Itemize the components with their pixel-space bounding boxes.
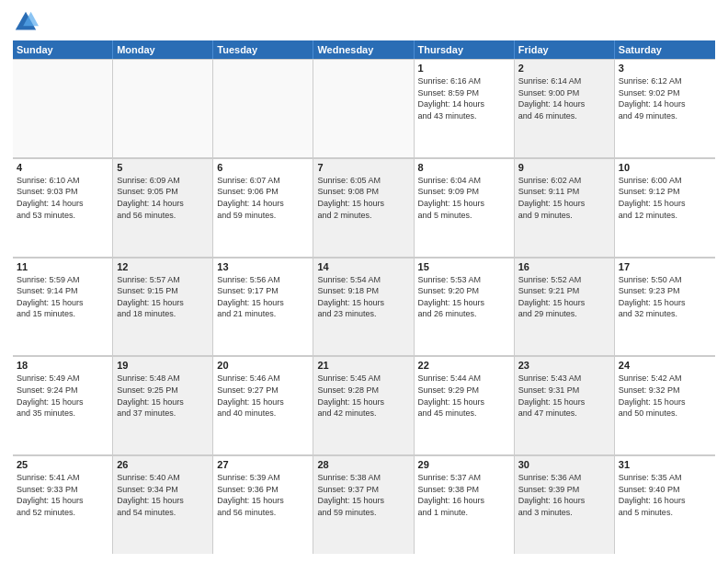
day-number: 23 — [518, 360, 610, 371]
day-info: Sunrise: 5:44 AMSunset: 9:29 PMDaylight:… — [418, 373, 510, 419]
day-number: 12 — [117, 261, 209, 272]
day-cell-11: 11Sunrise: 5:59 AMSunset: 9:14 PMDayligh… — [13, 258, 113, 356]
day-number: 6 — [217, 162, 309, 173]
header — [13, 9, 715, 35]
day-cell-8: 8Sunrise: 6:04 AMSunset: 9:09 PMDaylight… — [415, 158, 515, 257]
day-info: Sunrise: 6:09 AMSunset: 9:05 PMDaylight:… — [117, 175, 209, 221]
logo-icon — [13, 9, 39, 35]
day-info: Sunrise: 6:14 AMSunset: 9:00 PMDaylight:… — [518, 75, 610, 121]
day-number: 5 — [117, 162, 209, 173]
day-number: 16 — [518, 261, 610, 272]
empty-cell-w0d3 — [313, 59, 414, 157]
day-cell-5: 5Sunrise: 6:09 AMSunset: 9:05 PMDaylight… — [113, 158, 213, 257]
weekday-header-sunday: Sunday — [13, 40, 113, 59]
day-info: Sunrise: 6:16 AMSunset: 8:59 PMDaylight:… — [418, 75, 510, 121]
day-cell-31: 31Sunrise: 5:35 AMSunset: 9:40 PMDayligh… — [615, 455, 715, 554]
day-number: 31 — [619, 459, 711, 470]
day-info: Sunrise: 5:53 AMSunset: 9:20 PMDaylight:… — [418, 274, 510, 320]
day-cell-15: 15Sunrise: 5:53 AMSunset: 9:20 PMDayligh… — [415, 258, 515, 356]
empty-cell-w0d0 — [13, 59, 113, 157]
day-info: Sunrise: 5:38 AMSunset: 9:37 PMDaylight:… — [317, 472, 409, 518]
weekday-header-friday: Friday — [515, 40, 615, 59]
calendar-body: 1Sunrise: 6:16 AMSunset: 8:59 PMDaylight… — [13, 59, 715, 554]
day-number: 28 — [317, 459, 409, 470]
weekday-header-tuesday: Tuesday — [213, 40, 313, 59]
day-cell-7: 7Sunrise: 6:05 AMSunset: 9:08 PMDaylight… — [313, 158, 414, 257]
day-number: 18 — [17, 360, 108, 371]
day-cell-23: 23Sunrise: 5:43 AMSunset: 9:31 PMDayligh… — [515, 356, 615, 454]
calendar: SundayMondayTuesdayWednesdayThursdayFrid… — [13, 40, 715, 554]
day-number: 3 — [619, 63, 711, 74]
day-cell-2: 2Sunrise: 6:14 AMSunset: 9:00 PMDaylight… — [515, 59, 615, 157]
day-info: Sunrise: 5:54 AMSunset: 9:18 PMDaylight:… — [317, 274, 409, 320]
day-number: 29 — [418, 459, 510, 470]
day-info: Sunrise: 6:12 AMSunset: 9:02 PMDaylight:… — [619, 75, 711, 121]
day-info: Sunrise: 5:48 AMSunset: 9:25 PMDaylight:… — [117, 373, 209, 419]
day-info: Sunrise: 5:43 AMSunset: 9:31 PMDaylight:… — [518, 373, 610, 419]
day-info: Sunrise: 5:35 AMSunset: 9:40 PMDaylight:… — [619, 472, 711, 518]
day-number: 14 — [317, 261, 409, 272]
day-number: 25 — [17, 459, 108, 470]
day-info: Sunrise: 6:10 AMSunset: 9:03 PMDaylight:… — [17, 175, 108, 221]
day-info: Sunrise: 6:04 AMSunset: 9:09 PMDaylight:… — [418, 175, 510, 221]
day-number: 22 — [418, 360, 510, 371]
page: SundayMondayTuesdayWednesdayThursdayFrid… — [0, 0, 728, 563]
day-info: Sunrise: 5:36 AMSunset: 9:39 PMDaylight:… — [518, 472, 610, 518]
day-info: Sunrise: 5:49 AMSunset: 9:24 PMDaylight:… — [17, 373, 108, 419]
day-info: Sunrise: 6:00 AMSunset: 9:12 PMDaylight:… — [619, 175, 711, 221]
day-number: 17 — [619, 261, 711, 272]
day-info: Sunrise: 5:42 AMSunset: 9:32 PMDaylight:… — [619, 373, 711, 419]
day-number: 1 — [418, 63, 510, 74]
day-info: Sunrise: 5:59 AMSunset: 9:14 PMDaylight:… — [17, 274, 108, 320]
day-number: 2 — [518, 63, 610, 74]
day-number: 11 — [17, 261, 108, 272]
day-info: Sunrise: 5:40 AMSunset: 9:34 PMDaylight:… — [117, 472, 209, 518]
day-info: Sunrise: 5:41 AMSunset: 9:33 PMDaylight:… — [17, 472, 108, 518]
day-cell-28: 28Sunrise: 5:38 AMSunset: 9:37 PMDayligh… — [313, 455, 414, 554]
day-number: 15 — [418, 261, 510, 272]
empty-cell-w0d1 — [113, 59, 213, 157]
day-cell-13: 13Sunrise: 5:56 AMSunset: 9:17 PMDayligh… — [213, 258, 313, 356]
day-info: Sunrise: 5:37 AMSunset: 9:38 PMDaylight:… — [418, 472, 510, 518]
day-number: 8 — [418, 162, 510, 173]
day-number: 13 — [217, 261, 309, 272]
day-number: 26 — [117, 459, 209, 470]
day-info: Sunrise: 5:50 AMSunset: 9:23 PMDaylight:… — [619, 274, 711, 320]
day-info: Sunrise: 5:39 AMSunset: 9:36 PMDaylight:… — [217, 472, 309, 518]
day-number: 21 — [317, 360, 409, 371]
logo — [13, 9, 42, 35]
day-cell-1: 1Sunrise: 6:16 AMSunset: 8:59 PMDaylight… — [415, 59, 515, 157]
calendar-week-1: 1Sunrise: 6:16 AMSunset: 8:59 PMDaylight… — [13, 59, 715, 158]
day-cell-14: 14Sunrise: 5:54 AMSunset: 9:18 PMDayligh… — [313, 258, 414, 356]
day-cell-21: 21Sunrise: 5:45 AMSunset: 9:28 PMDayligh… — [313, 356, 414, 454]
calendar-header: SundayMondayTuesdayWednesdayThursdayFrid… — [13, 40, 715, 59]
weekday-header-saturday: Saturday — [615, 40, 715, 59]
day-cell-4: 4Sunrise: 6:10 AMSunset: 9:03 PMDaylight… — [13, 158, 113, 257]
day-cell-27: 27Sunrise: 5:39 AMSunset: 9:36 PMDayligh… — [213, 455, 313, 554]
day-cell-9: 9Sunrise: 6:02 AMSunset: 9:11 PMDaylight… — [515, 158, 615, 257]
day-info: Sunrise: 5:57 AMSunset: 9:15 PMDaylight:… — [117, 274, 209, 320]
day-number: 7 — [317, 162, 409, 173]
calendar-week-2: 4Sunrise: 6:10 AMSunset: 9:03 PMDaylight… — [13, 158, 715, 258]
day-info: Sunrise: 5:52 AMSunset: 9:21 PMDaylight:… — [518, 274, 610, 320]
day-info: Sunrise: 6:02 AMSunset: 9:11 PMDaylight:… — [518, 175, 610, 221]
day-cell-18: 18Sunrise: 5:49 AMSunset: 9:24 PMDayligh… — [13, 356, 113, 454]
day-info: Sunrise: 6:05 AMSunset: 9:08 PMDaylight:… — [317, 175, 409, 221]
day-cell-29: 29Sunrise: 5:37 AMSunset: 9:38 PMDayligh… — [415, 455, 515, 554]
empty-cell-w0d2 — [213, 59, 313, 157]
day-cell-26: 26Sunrise: 5:40 AMSunset: 9:34 PMDayligh… — [113, 455, 213, 554]
day-cell-24: 24Sunrise: 5:42 AMSunset: 9:32 PMDayligh… — [615, 356, 715, 454]
day-cell-17: 17Sunrise: 5:50 AMSunset: 9:23 PMDayligh… — [615, 258, 715, 356]
day-cell-10: 10Sunrise: 6:00 AMSunset: 9:12 PMDayligh… — [615, 158, 715, 257]
calendar-week-3: 11Sunrise: 5:59 AMSunset: 9:14 PMDayligh… — [13, 258, 715, 357]
calendar-week-4: 18Sunrise: 5:49 AMSunset: 9:24 PMDayligh… — [13, 356, 715, 455]
day-cell-30: 30Sunrise: 5:36 AMSunset: 9:39 PMDayligh… — [515, 455, 615, 554]
day-cell-20: 20Sunrise: 5:46 AMSunset: 9:27 PMDayligh… — [213, 356, 313, 454]
day-cell-19: 19Sunrise: 5:48 AMSunset: 9:25 PMDayligh… — [113, 356, 213, 454]
day-cell-6: 6Sunrise: 6:07 AMSunset: 9:06 PMDaylight… — [213, 158, 313, 257]
day-info: Sunrise: 6:07 AMSunset: 9:06 PMDaylight:… — [217, 175, 309, 221]
day-number: 24 — [619, 360, 711, 371]
day-number: 9 — [518, 162, 610, 173]
weekday-header-thursday: Thursday — [415, 40, 515, 59]
day-number: 20 — [217, 360, 309, 371]
